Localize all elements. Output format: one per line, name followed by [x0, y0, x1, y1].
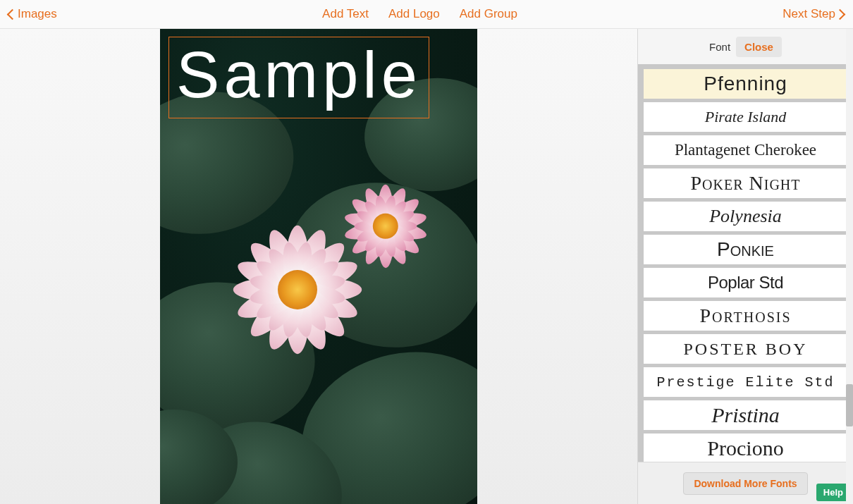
text-selection-box[interactable]: Sample [168, 37, 429, 118]
canvas-image[interactable]: Sample [160, 29, 477, 504]
add-logo-button[interactable]: Add Logo [388, 7, 440, 21]
back-label: Images [18, 7, 57, 21]
font-item[interactable]: Prestige Elite Std [644, 367, 847, 397]
next-button[interactable]: Next Step [783, 7, 845, 21]
chevron-right-icon [838, 9, 845, 20]
help-button[interactable]: Help [816, 484, 850, 501]
font-item[interactable]: Polynesia [644, 202, 847, 231]
download-fonts-button[interactable]: Download More Fonts [683, 472, 807, 495]
panel-header: Font Close [638, 29, 853, 64]
canvas-area[interactable]: Sample [0, 29, 638, 504]
top-bar: Images Add Text Add Logo Add Group Next … [0, 0, 853, 29]
back-button[interactable]: Images [8, 7, 57, 21]
lotus-flower [227, 219, 368, 360]
next-label: Next Step [783, 7, 835, 21]
sample-text[interactable]: Sample [176, 42, 422, 107]
scrollbar-thumb[interactable] [846, 384, 853, 426]
font-item[interactable]: Poker Night [644, 168, 847, 198]
font-item[interactable]: Pirate Island [644, 102, 847, 132]
font-item[interactable]: Prociono [644, 434, 847, 462]
font-panel: Font Close PfenningPirate IslandPlantage… [638, 29, 853, 504]
font-item[interactable]: Porthosis [644, 301, 847, 331]
flower-center [278, 270, 317, 309]
font-item[interactable]: Poplar Std [644, 268, 847, 297]
chevron-left-icon [8, 9, 15, 20]
font-item[interactable]: Pfenning [644, 69, 847, 99]
font-item[interactable]: Plantagenet Cherokee [644, 135, 847, 165]
close-button[interactable]: Close [736, 37, 782, 57]
panel-title: Font [709, 41, 730, 53]
font-item[interactable]: Pristina [644, 400, 847, 430]
font-item[interactable]: Ponkie [644, 235, 847, 264]
main-area: Sample Font Close PfenningPirate IslandP… [0, 29, 853, 504]
top-center-actions: Add Text Add Logo Add Group [322, 7, 517, 21]
font-item[interactable]: POSTER BOY [644, 334, 847, 364]
font-list[interactable]: PfenningPirate IslandPlantagenet Cheroke… [638, 64, 853, 462]
scrollbar-track[interactable] [846, 29, 853, 504]
add-group-button[interactable]: Add Group [460, 7, 517, 21]
add-text-button[interactable]: Add Text [322, 7, 369, 21]
